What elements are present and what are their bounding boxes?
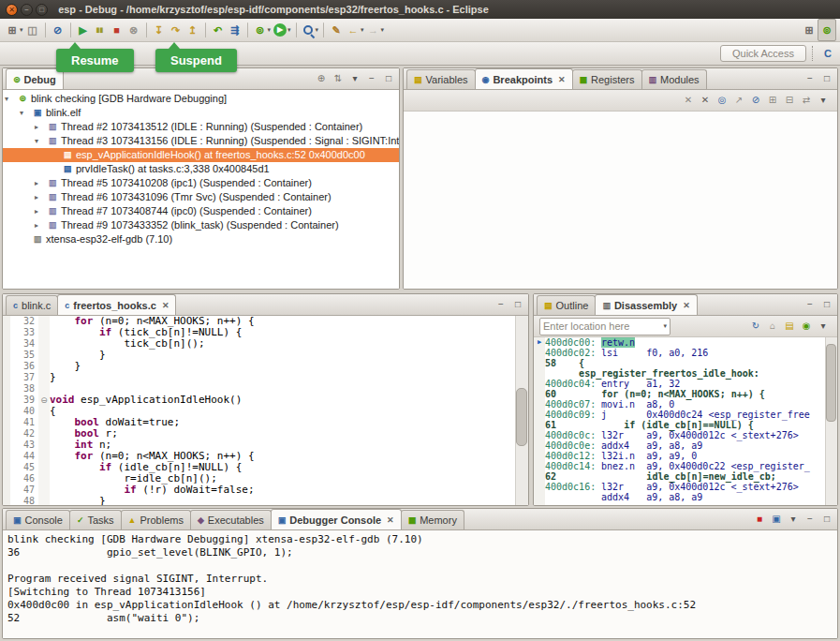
debug-tree-row[interactable]: ▥ xtensa-esp32-elf-gdb (7.10) (3, 232, 399, 246)
minimize-icon[interactable]: − (803, 71, 818, 86)
tab-breakpoints[interactable]: ◉ Breakpoints (475, 68, 573, 89)
tab-blink-c[interactable]: c blink.c (6, 295, 58, 315)
save-icon[interactable]: ◫ (24, 20, 41, 40)
last-edit-location-icon[interactable]: ✎ (328, 20, 345, 40)
debug-tree-row[interactable]: ▸ ▥ Thread #9 1073433352 (blink_task) (S… (3, 218, 399, 232)
maximize-icon[interactable]: □ (819, 71, 834, 86)
tree-twisty-icon[interactable]: ▸ (3, 218, 46, 232)
fold-marker[interactable] (38, 316, 50, 327)
disassembly-line[interactable]: 62 idle_cb[n]=new_idle_cb; (534, 471, 826, 482)
resume-icon[interactable]: ▶ (75, 20, 92, 40)
debug-tree-row[interactable]: ▾ ▥ Thread #3 1073413156 (IDLE : Running… (3, 134, 399, 148)
tab-problems[interactable]: ▲ Problems (121, 510, 191, 529)
maximize-icon[interactable]: □ (819, 297, 834, 312)
new-wizard-icon[interactable]: ⊞ (4, 20, 24, 40)
fold-marker[interactable] (38, 372, 50, 383)
tab-close-icon[interactable] (558, 75, 566, 84)
debug-layout-icon[interactable]: ⇅ (331, 71, 346, 86)
track-pc-icon[interactable]: ◉ (799, 319, 814, 334)
disassembly-line[interactable]: esp_register_freertos_idle_hook: (534, 368, 826, 379)
disassembly-line[interactable]: 400d0c00: retw.n (534, 337, 826, 348)
collapse-all-icon[interactable]: ⊟ (782, 93, 797, 108)
editor-line[interactable]: 37 } (3, 372, 516, 383)
dropdown-arrow-icon[interactable] (361, 26, 364, 34)
tree-twisty-icon[interactable]: ▾ (3, 134, 46, 148)
view-menu-icon[interactable]: ▾ (347, 71, 362, 86)
tab-console[interactable]: ▣ Console (6, 510, 70, 529)
fold-marker[interactable] (38, 395, 50, 406)
editor-line[interactable]: 39 void esp_vApplicationIdleHook() (3, 395, 516, 406)
editor-line[interactable]: 48 } (3, 496, 516, 505)
fold-marker[interactable] (38, 496, 50, 505)
disassembly-line[interactable]: 58 { (534, 358, 826, 368)
fold-marker[interactable] (38, 338, 50, 350)
disassembly-line[interactable]: 400d0c09: j 0x400d0c24 <esp_register_fre… (534, 410, 826, 420)
minimize-icon[interactable]: − (494, 297, 508, 312)
disassembly-scrollbar[interactable] (825, 337, 837, 505)
fold-marker[interactable] (38, 417, 50, 428)
fold-marker[interactable] (38, 428, 50, 440)
fold-marker[interactable] (38, 406, 50, 417)
expand-all-icon[interactable]: ⊞ (765, 93, 780, 108)
fold-marker[interactable] (38, 350, 50, 361)
tab-debug[interactable]: ⊚ Debug (6, 68, 64, 89)
dropdown-arrow-icon[interactable] (20, 26, 23, 34)
console-output[interactable]: blink checking [GDB Hardware Debugging] … (3, 530, 837, 638)
instruction-stepping-icon[interactable]: ⇶ (227, 20, 243, 40)
tab-outline[interactable]: ▤ Outline (537, 295, 596, 315)
location-combo[interactable]: Enter location here (539, 318, 671, 335)
dropdown-arrow-icon[interactable] (663, 322, 667, 330)
tree-twisty-icon[interactable]: ▸ (3, 120, 46, 134)
maximize-icon[interactable]: □ (381, 71, 396, 86)
debug-tree-row[interactable]: ▸ ▥ Thread #7 1073408744 (ipc0) (Suspend… (3, 204, 399, 218)
dropdown-arrow-icon[interactable] (316, 26, 319, 34)
debug-tree-row[interactable]: ▸ ▥ Thread #2 1073413512 (IDLE : Running… (3, 120, 399, 134)
link-with-debug-view-icon[interactable]: ⇄ (799, 93, 814, 108)
debug-tree-row[interactable]: ▸ ▥ Thread #6 1073431096 (Tmr Svc) (Susp… (3, 190, 399, 204)
editor-scrollbar[interactable] (515, 316, 528, 505)
tab-close-icon[interactable] (683, 301, 690, 310)
maximize-button[interactable]: □ (36, 4, 48, 16)
view-menu-icon[interactable]: ▾ (816, 93, 831, 108)
editor-scrollbar-thumb[interactable] (516, 388, 527, 447)
remove-selected-breakpoints-icon[interactable]: ✕ (681, 93, 696, 108)
disassembly-line[interactable]: 400d0c14: bnez.n a9, 0x400d0c22 <esp_reg… (534, 461, 826, 471)
debug-tree-row[interactable]: ▤ prvIdleTask() at tasks.c:3,338 0x40084… (3, 162, 399, 176)
disassembly-line[interactable]: 400d0c0c: l32r a9, 0x400d012c <_stext+27… (534, 430, 826, 440)
debug-icon[interactable]: ⊚ (252, 20, 273, 40)
step-into-icon[interactable]: ↧ (151, 20, 168, 40)
tree-twisty-icon[interactable]: ▾ (3, 92, 16, 106)
maximize-icon[interactable]: □ (819, 512, 834, 527)
disassembly-line[interactable]: 60 for (n=0; n<MAX_HOOKS; n++) { (534, 389, 826, 399)
fold-marker[interactable] (38, 473, 50, 484)
fold-marker[interactable] (38, 383, 50, 395)
disassembly-line[interactable]: 400d0c07: movi.n a8, 0 (534, 399, 826, 410)
minimize-icon[interactable]: − (803, 297, 818, 312)
disassembly-line[interactable]: 61 if (idle_cb[n]==NULL) { (534, 420, 826, 430)
fold-marker[interactable] (38, 462, 50, 473)
step-return-icon[interactable]: ↥ (184, 20, 201, 40)
back-icon[interactable]: ← (345, 20, 365, 40)
c-cpp-perspective-button[interactable]: C (819, 43, 836, 64)
tab-memory[interactable]: ▦ Memory (401, 510, 464, 529)
tab-close-icon[interactable] (162, 301, 169, 310)
breakpoints-content[interactable] (404, 112, 837, 289)
tab-executables[interactable]: ◆ Executables (190, 510, 272, 529)
disassembly-line[interactable]: 400d0c16: l32r a9, 0x400d012c <_stext+27… (534, 482, 826, 492)
show-breakpoints-for-selected-icon[interactable]: ◎ (715, 93, 729, 108)
disassembly-body[interactable]: 400d0c00: retw.n 400d0c02: lsi f0, a0, 2… (534, 337, 837, 505)
disassembly-scrollbar-thumb[interactable] (826, 344, 836, 422)
close-button[interactable]: ✕ (6, 4, 18, 16)
tree-twisty-icon[interactable]: ▸ (3, 204, 46, 218)
debug-tree-row[interactable]: ▤ esp_vApplicationIdleHook() at freertos… (3, 148, 399, 162)
tab-registers[interactable]: ▦ Registers (572, 69, 642, 89)
go-to-file-for-breakpoint-icon[interactable]: ↗ (731, 93, 746, 108)
disconnect-icon[interactable]: ⊗ (125, 20, 142, 40)
search-icon[interactable] (301, 20, 320, 40)
tab-debugger-console[interactable]: ▣ Debugger Console (271, 509, 402, 529)
fold-marker[interactable] (38, 484, 50, 496)
debug-perspective-button[interactable]: ⊚ (818, 19, 836, 41)
tab-close-icon[interactable] (387, 515, 394, 525)
fold-marker[interactable] (38, 327, 50, 338)
disassembly-line[interactable]: 400d0c0e: addx4 a9, a8, a9 (534, 440, 826, 451)
